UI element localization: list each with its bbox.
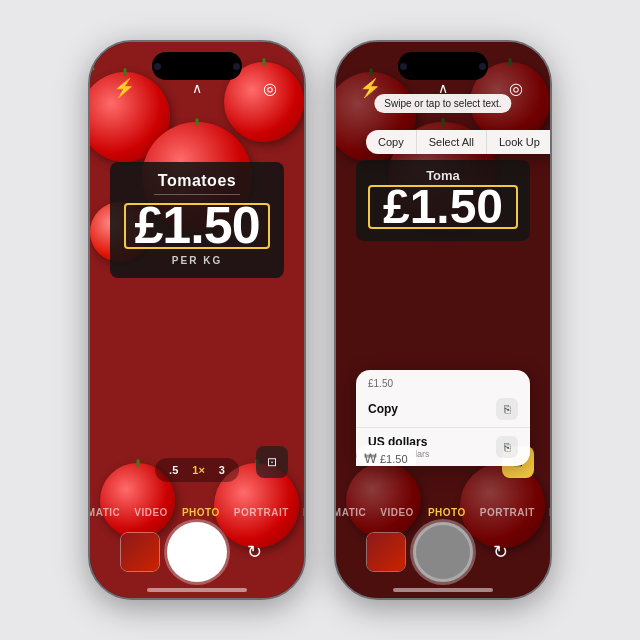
flash-button-1[interactable]: ⚡ (110, 74, 138, 102)
ctx-select-all-btn-2[interactable]: Select All (417, 130, 487, 154)
thumbnail-2[interactable] (366, 532, 406, 572)
ctx-copy-btn-2[interactable]: Copy (366, 130, 417, 154)
panel-header-icon: ₩ £1.50 (356, 445, 416, 466)
swipe-tooltip-2: Swipe or tap to select text. (374, 94, 511, 113)
settings-icon-1: ◎ (263, 79, 277, 98)
home-indicator-1 (147, 588, 247, 592)
settings-button-1[interactable]: ◎ (256, 74, 284, 102)
price-divider-1 (154, 194, 240, 195)
camera-modes-2: CINEMATIC VIDEO PHOTO PORTRAIT PANO (336, 507, 550, 518)
live-text-icon-1[interactable]: ⊡ (256, 446, 288, 478)
context-menu-2: Copy Select All Look Up › (366, 130, 550, 154)
flip-button-2[interactable]: ↻ (480, 532, 520, 572)
zoom-controls-1: .5 1× 3 (155, 458, 239, 482)
panel-copy-icon-0: ⎘ (496, 398, 518, 420)
mode-video-2[interactable]: VIDEO (380, 507, 414, 518)
price-unit-1: PER KG (124, 255, 270, 266)
mode-portrait-1[interactable]: PORTRAIT (234, 507, 289, 518)
mode-video-1[interactable]: VIDEO (134, 507, 168, 518)
mode-photo-2[interactable]: PHOTO (428, 507, 466, 518)
mode-cinematic-1[interactable]: CINEMATIC (90, 507, 120, 518)
flash-icon-1: ⚡ (113, 77, 135, 99)
settings-icon-2: ◎ (509, 79, 523, 98)
panel-row-copy-2[interactable]: Copy ⎘ (356, 391, 530, 428)
chevron-up-icon-1: ∧ (192, 80, 202, 96)
camera-modes-1: CINEMATIC VIDEO PHOTO PORTRAIT PANO (90, 507, 304, 518)
camera-bottom-2: ↻ (336, 522, 550, 582)
price-board-2: Toma £1.50 (356, 160, 530, 241)
dynamic-island-2 (398, 52, 488, 80)
mode-pano-2[interactable]: PANO (549, 507, 550, 518)
flip-icon-2: ↻ (493, 541, 508, 563)
phone-2: ⚡ ∧ ◎ Swipe or tap to select text. Copy (334, 40, 552, 600)
mode-pano-1[interactable]: PANO (303, 507, 304, 518)
ctx-look-up-btn-2[interactable]: Look Up (487, 130, 550, 154)
home-indicator-2 (393, 588, 493, 592)
price-value-1: £1.50 (124, 199, 270, 251)
price-title-1: Tomatoes (124, 172, 270, 190)
panel-price-label-2: £1.50 (356, 370, 530, 391)
shutter-button-1[interactable] (167, 522, 227, 582)
thumbnail-1[interactable] (120, 532, 160, 572)
zoom-1x-1[interactable]: 1× (188, 462, 209, 478)
live-text-symbol-1: ⊡ (267, 455, 277, 469)
mode-cinematic-2[interactable]: CINEMATIC (336, 507, 366, 518)
scene: ⚡ ∧ ◎ Tomatoes £1.50 PER KG (0, 0, 640, 640)
mode-photo-1[interactable]: PHOTO (182, 507, 220, 518)
mode-portrait-2[interactable]: PORTRAIT (480, 507, 535, 518)
phone-1: ⚡ ∧ ◎ Tomatoes £1.50 PER KG (88, 40, 306, 600)
shutter-button-2[interactable] (413, 522, 473, 582)
panel-row-copy-label-2: Copy (368, 402, 398, 416)
zoom-3-1[interactable]: 3 (215, 462, 229, 478)
price-value-2: £1.50 (370, 183, 516, 231)
price-highlight-2 (368, 185, 518, 229)
flip-button-1[interactable]: ↻ (234, 532, 274, 572)
zoom-05-1[interactable]: .5 (165, 462, 182, 478)
dynamic-island-1 (152, 52, 242, 80)
price-board-1: Tomatoes £1.50 PER KG (110, 162, 284, 278)
live-text-btn-1[interactable]: ⊡ (256, 446, 288, 478)
flip-icon-1: ↻ (247, 541, 262, 563)
camera-bottom-1: ↻ (90, 522, 304, 582)
price-highlight-1 (124, 203, 270, 249)
panel-copy-icon-1: ⎘ (496, 436, 518, 458)
